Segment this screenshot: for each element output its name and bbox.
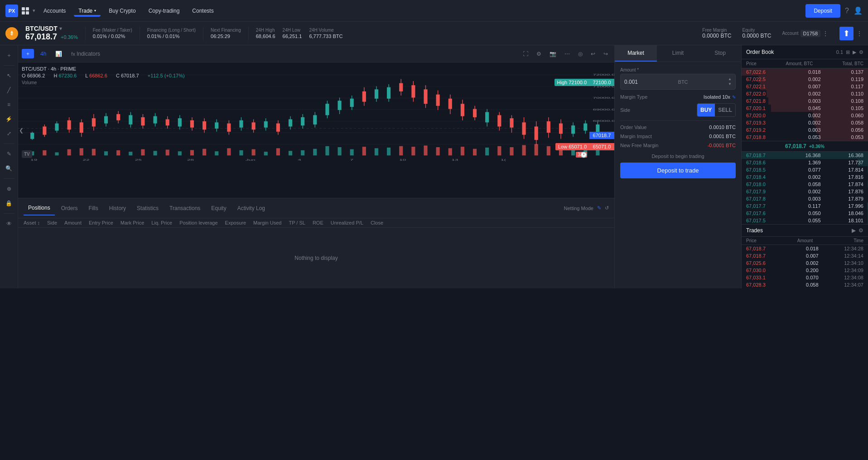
order-book-panel: Order Book 0.1 ⊞ ▶ ⚙ Price Amount, BTC T… <box>741 45 868 288</box>
ob-layout-icon[interactable]: ⊞ <box>846 49 850 55</box>
pattern-tool[interactable]: ⚡ <box>3 113 15 125</box>
margin-impact: 0.0001 BTC <box>709 134 736 139</box>
ask-row[interactable]: 67,022.6 0.018 0.137 <box>742 68 868 76</box>
trades-play-icon[interactable]: ▶ <box>852 227 856 234</box>
chart-type-btn[interactable]: 📊 <box>53 49 65 59</box>
lock-tool[interactable]: 🔒 <box>3 197 15 210</box>
svg-rect-123 <box>289 151 292 155</box>
nav-copy-trading[interactable]: Copy-trading <box>144 5 184 17</box>
ask-row[interactable]: 67,022.0 0.002 0.110 <box>742 90 868 97</box>
zoom-tool[interactable]: 🔍 <box>3 162 15 175</box>
ob-settings-icon[interactable]: ⚙ <box>859 49 863 55</box>
time-icon[interactable]: 🕐 <box>580 152 587 158</box>
deposit-button[interactable]: Deposit <box>805 4 840 18</box>
svg-rect-122 <box>276 148 280 155</box>
ask-row[interactable]: 67,020.1 0.045 0.105 <box>742 105 868 112</box>
grid-chevron[interactable]: ▾ <box>33 8 35 14</box>
tab-history[interactable]: History <box>105 201 130 215</box>
tab-equity[interactable]: Equity <box>207 201 231 215</box>
add-tool-btn[interactable]: ＋ <box>3 49 15 62</box>
sell-button[interactable]: SELL <box>715 104 735 116</box>
bid-row[interactable]: 67,017.5 0.055 18.101 <box>742 217 868 224</box>
side-buttons: BUY SELL <box>697 103 736 117</box>
bid-row[interactable]: 67,018.0 0.058 17.874 <box>742 181 868 188</box>
more-btn[interactable]: ⋯ <box>562 49 573 59</box>
fullscreen-btn[interactable]: ⛶ <box>520 49 531 59</box>
tab-positions[interactable]: Positions <box>24 201 55 216</box>
nav-contests[interactable]: Contests <box>188 5 218 17</box>
ask-row[interactable]: 67,022.5 0.002 0.119 <box>742 76 868 83</box>
order-form-panel: Market Limit Stop Amount * 0.001 BTC ▲ ▼… <box>614 45 741 288</box>
tab-transactions[interactable]: Transactions <box>165 201 205 215</box>
tab-statistics[interactable]: Statistics <box>132 201 163 215</box>
refresh-icon[interactable]: ↺ <box>605 205 609 211</box>
magnet-tool[interactable]: ⊕ <box>3 182 15 195</box>
nav-trade[interactable]: Trade ▾ <box>74 5 101 17</box>
bid-row[interactable]: 67,017.6 0.050 18.046 <box>742 210 868 217</box>
redo-btn[interactable]: ↪ <box>601 49 611 59</box>
user-icon[interactable]: 👤 <box>854 6 863 15</box>
bid-row[interactable]: 67,017.9 0.002 17.876 <box>742 188 868 195</box>
bid-row[interactable]: 67,018.6 1.369 17.737 <box>742 159 868 166</box>
ob-play-icon[interactable]: ▶ <box>853 49 856 55</box>
settings-btn[interactable]: ⚙ <box>534 49 544 59</box>
margin-edit-icon[interactable]: ✎ <box>732 95 736 100</box>
tab-orders[interactable]: Orders <box>57 201 82 215</box>
symbol-name[interactable]: BTC/USDT <box>25 25 58 32</box>
screenshot-btn[interactable]: 📷 <box>547 49 559 59</box>
undo-btn[interactable]: ↩ <box>588 49 598 59</box>
tab-activity-log[interactable]: Activity Log <box>233 201 270 215</box>
tab-fills[interactable]: Fills <box>84 201 102 215</box>
timeframe-4h[interactable]: 4h <box>38 49 49 59</box>
bid-row[interactable]: 67,017.8 0.003 17.879 <box>742 195 868 202</box>
amount-stepper[interactable]: ▲ ▼ <box>728 77 732 86</box>
ask-row[interactable]: 67,019.2 0.003 0.056 <box>742 126 868 134</box>
deposit-icon-btn[interactable]: ⬆ <box>839 27 854 40</box>
trade-chevron: ▾ <box>94 9 96 13</box>
grid-icon[interactable] <box>22 7 29 14</box>
cursor-tool[interactable]: ↖ <box>3 69 15 82</box>
help-icon[interactable]: ? <box>845 7 849 15</box>
ask-row[interactable]: 67,019.3 0.002 0.058 <box>742 119 868 126</box>
ob-size[interactable]: 0.1 <box>836 49 843 55</box>
account-settings-icon[interactable]: ⋮ <box>856 30 863 37</box>
amount-input-container[interactable]: 0.001 BTC ▲ ▼ <box>620 74 736 90</box>
deposit-trade-button[interactable]: Deposit to trade <box>620 163 736 178</box>
next-financing-stat: Next Financing 06:25:29 <box>211 28 241 39</box>
ask-row[interactable]: 67,021.8 0.003 0.108 <box>742 97 868 105</box>
symbol-chevron[interactable]: ▾ <box>59 25 62 32</box>
sync-btn[interactable]: ◎ <box>575 49 585 59</box>
stepper-up[interactable]: ▲ <box>728 77 732 81</box>
bid-row[interactable]: 67,018.7 16.368 16.368 <box>742 152 868 159</box>
bid-row[interactable]: 67,017.7 0.117 17.996 <box>742 202 868 210</box>
ask-row[interactable]: 67,020.0 0.002 0.060 <box>742 112 868 119</box>
tab-limit[interactable]: Limit <box>657 45 699 62</box>
pencil-tool[interactable]: ✎ <box>3 148 15 160</box>
tab-market[interactable]: Market <box>615 45 657 62</box>
line-tool[interactable]: ╱ <box>3 84 15 96</box>
account-menu-icon[interactable]: ⋮ <box>822 30 829 37</box>
indicators-btn[interactable]: fx Indicators <box>68 49 103 59</box>
bid-row[interactable]: 67,018.4 0.002 17.816 <box>742 173 868 181</box>
lines-tool[interactable]: ≡ <box>3 98 15 111</box>
add-chart-btn[interactable]: ＋ <box>22 49 34 58</box>
svg-rect-139 <box>485 148 489 155</box>
scroll-left-btn[interactable]: ❮ <box>19 127 24 134</box>
eye-tool[interactable]: 👁 <box>3 217 15 230</box>
tab-stop[interactable]: Stop <box>699 45 741 62</box>
trades-title: Trades <box>746 227 763 234</box>
bid-row[interactable]: 67,018.5 0.077 17.814 <box>742 166 868 173</box>
ask-row[interactable]: 67,022.1 0.007 0.117 <box>742 83 868 90</box>
chart-canvas[interactable]: BTC/USDT · 4h · PRIME O 66906.2 H 67230.… <box>18 62 614 198</box>
col-asset[interactable]: Asset ↕ <box>24 220 40 225</box>
buy-button[interactable]: BUY <box>697 104 715 116</box>
trades-settings-icon[interactable]: ⚙ <box>858 227 863 234</box>
svg-text:Jun: Jun <box>246 159 256 161</box>
ask-row[interactable]: 67,018.8 0.053 0.053 <box>742 134 868 141</box>
svg-rect-127 <box>338 147 341 155</box>
netting-edit-icon[interactable]: ✎ <box>597 205 601 211</box>
nav-accounts[interactable]: Accounts <box>39 5 70 17</box>
measure-tool[interactable]: ⤢ <box>3 127 15 140</box>
nav-buy-crypto[interactable]: Buy Crypto <box>104 5 140 17</box>
stepper-down[interactable]: ▼ <box>728 82 732 86</box>
